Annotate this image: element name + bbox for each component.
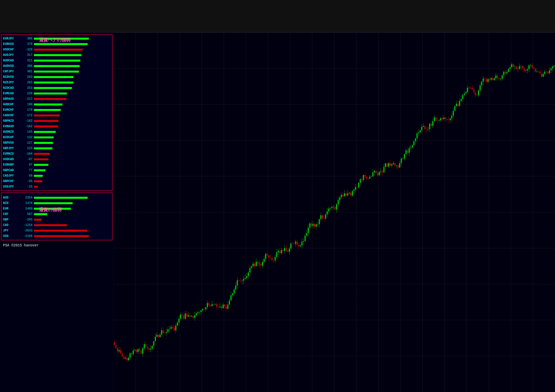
pair-label: CHFJPY xyxy=(3,70,21,73)
pair-value: 132 xyxy=(21,136,32,139)
pair-label: EURCHF xyxy=(3,108,21,112)
pair-row: EURGBP97 xyxy=(3,162,111,168)
pair-row: NZDCAD253 xyxy=(3,85,111,91)
pair-value: -163 xyxy=(21,119,32,123)
pair-label: GBPUSD xyxy=(3,141,21,145)
currency-row: JPY-2033 xyxy=(3,228,111,233)
pair-label: GBPCHF xyxy=(3,180,21,183)
currency-value: -1254 xyxy=(21,223,32,227)
strength-bar xyxy=(34,230,87,232)
bar-container xyxy=(34,213,111,216)
bar-container xyxy=(34,229,111,232)
strength-bar xyxy=(34,202,73,204)
currency-row: USD-2166 xyxy=(3,233,111,239)
pair-row: CADJPY58 xyxy=(3,173,111,179)
strength-bar xyxy=(34,60,80,62)
bar-container xyxy=(34,152,111,155)
bar-container xyxy=(34,185,111,188)
bar-container xyxy=(34,136,111,139)
pair-row: AUDJPY317 xyxy=(3,52,111,58)
currency-strength-label: 通貨の強弱 xyxy=(39,207,61,213)
bar-container xyxy=(34,114,111,117)
currency-label: JPY xyxy=(3,229,21,232)
strength-bar xyxy=(34,49,83,51)
pair-value: -104 xyxy=(21,152,32,156)
currency-value: 507 xyxy=(21,212,32,216)
strength-bar xyxy=(34,180,42,182)
pair-row: USDCHF-328 xyxy=(3,47,111,52)
bar-container xyxy=(34,103,111,106)
pair-row: NZDJPY263 xyxy=(3,80,111,85)
strength-bar xyxy=(34,76,73,78)
currency-value: 1476 xyxy=(21,201,32,205)
strength-bar xyxy=(34,147,52,149)
pair-value: 58 xyxy=(21,174,32,178)
bar-container xyxy=(34,180,111,183)
bar-container xyxy=(34,92,111,95)
footer-text: PSA ©2015 hanover xyxy=(3,243,39,247)
pair-row: AUDUSD306 xyxy=(3,63,111,69)
pair-label: AUDJPY xyxy=(3,53,21,57)
pair-value: -25 xyxy=(21,185,32,189)
bar-container xyxy=(34,81,111,84)
pair-row: GBPAUD-217 xyxy=(3,96,111,102)
strength-bar xyxy=(34,120,58,122)
currency-value: 1409 xyxy=(21,207,32,210)
pair-row: GBPCAD77 xyxy=(3,168,111,173)
pair-label: NZDUSD xyxy=(3,75,21,79)
strength-bar xyxy=(34,43,88,45)
pair-row: USDCAD-97 xyxy=(3,157,111,162)
pair-value: 263 xyxy=(21,81,32,84)
pair-row: GBPNZD-163 xyxy=(3,118,111,124)
currency-row: GBP-293 xyxy=(3,217,111,222)
bar-container xyxy=(34,141,111,144)
currency-label: EUR xyxy=(3,207,21,210)
top-bar xyxy=(0,0,555,32)
pair-row: CADCHF-172 xyxy=(3,113,111,118)
pair-row: USDJPY-25 xyxy=(3,184,111,190)
pair-strength-label: 通貨ペアの強弱 xyxy=(39,37,70,43)
chart-area xyxy=(114,32,555,392)
currency-value: -2166 xyxy=(21,234,32,238)
pair-value: 253 xyxy=(21,86,32,90)
price-chart xyxy=(114,32,555,392)
pair-value: 145 xyxy=(21,130,32,134)
strength-bar xyxy=(34,235,89,237)
bar-container xyxy=(34,54,111,57)
bar-container xyxy=(34,65,111,68)
pair-label: AUDNZD xyxy=(3,130,21,134)
pair-value: -328 xyxy=(21,48,32,51)
strength-bar xyxy=(34,114,60,116)
pair-row: CHFJPY301 xyxy=(3,69,111,74)
strength-bar xyxy=(34,164,48,166)
bar-container xyxy=(34,87,111,90)
pair-row: AUDCAD311 xyxy=(3,58,111,63)
currency-label: USD xyxy=(3,234,21,238)
pair-value: 306 xyxy=(21,64,32,68)
bar-container xyxy=(34,147,111,150)
pair-value: 190 xyxy=(21,103,32,106)
bar-container xyxy=(34,196,111,199)
bar-container xyxy=(34,218,111,221)
strength-bar xyxy=(34,158,48,160)
pair-label: USDCAD xyxy=(3,158,21,161)
currency-value: 2354 xyxy=(21,196,32,199)
pair-row: GBPUSD127 xyxy=(3,140,111,146)
pair-label: GBPAUD xyxy=(3,97,21,101)
bar-container xyxy=(34,158,111,161)
pair-value: -162 xyxy=(21,125,32,128)
pair-value: 386 xyxy=(21,37,32,40)
currency-label: CHF xyxy=(3,212,21,216)
pair-value: 123 xyxy=(21,147,32,150)
currency-label: CAD xyxy=(3,223,21,227)
bar-container xyxy=(34,163,111,166)
bar-container xyxy=(34,174,111,177)
pair-value: 97 xyxy=(21,163,32,167)
currency-label: GBP xyxy=(3,218,21,221)
pair-row: EURCAD220 xyxy=(3,91,111,96)
strength-bar xyxy=(34,87,72,89)
strength-bar xyxy=(34,71,79,73)
bar-container xyxy=(34,48,111,51)
pair-label: GBPNZD xyxy=(3,119,21,123)
pair-label: NZDJPY xyxy=(3,81,21,84)
